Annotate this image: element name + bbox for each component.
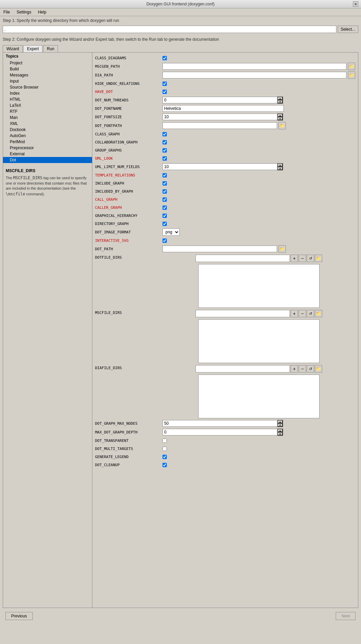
remove-mscfile-dirs[interactable]: − [299,310,306,317]
close-button[interactable]: ✕ [353,1,358,7]
sidebar-item-xml[interactable]: XML [3,121,92,127]
spinner-up-dot-graph-max-nodes[interactable]: ▲ [277,420,283,423]
checkbox-call-graph[interactable] [162,197,167,202]
sidebar-item-project[interactable]: Project [3,60,92,66]
browse-diafile-dirs[interactable]: 📁 [315,365,322,373]
input-mscgen-path[interactable] [162,63,347,70]
browse-dot-fontpath[interactable]: 📁 [278,122,286,129]
spinner-up-dot-fontsize[interactable]: ▲ [277,114,283,117]
label-dot-num-threads: DOT_NUM_THREADS [95,98,162,102]
input-dot-fontpath[interactable] [162,122,277,129]
spinner-down-uml-limit[interactable]: ▼ [277,167,283,170]
add-mscfile-dirs[interactable]: + [291,310,298,317]
checkbox-class-graph[interactable] [162,132,167,136]
sidebar-item-docbook[interactable]: Docbook [3,127,92,133]
spinner-down-max-dot-graph-depth[interactable]: ▼ [277,432,283,436]
input-dot-fontsize[interactable] [162,114,277,120]
reset-mscfile-dirs[interactable]: ↺ [307,310,314,317]
label-included-by-graph: INCLUDED_BY_GRAPH [95,189,162,194]
checkbox-group-graphs[interactable] [162,148,167,153]
checkbox-caller-graph[interactable] [162,205,167,210]
sidebar-item-html[interactable]: HTML [3,96,92,102]
spinner-up-max-dot-graph-depth[interactable]: ▲ [277,429,283,432]
sidebar-item-latex[interactable]: LaTeX [3,102,92,108]
input-dot-num-threads[interactable] [162,97,277,103]
sidebar-item-index[interactable]: Index [3,90,92,96]
input-uml-limit[interactable] [162,163,277,170]
value-max-dot-graph-depth: ▲ ▼ [162,428,355,436]
spinner-down-dot-fontsize[interactable]: ▼ [277,117,283,120]
checkbox-include-graph[interactable] [162,181,167,186]
browse-dia-path[interactable]: 📁 [348,71,355,79]
add-diafile-dirs[interactable]: + [291,365,298,373]
spinner-up-uml-limit[interactable]: ▲ [277,163,283,167]
sidebar-item-build[interactable]: Build [3,66,92,72]
working-dir-input[interactable] [3,26,336,33]
reset-dotfile-dirs[interactable]: ↺ [307,255,314,262]
label-group-graphs: GROUP_GRAPHS [95,148,162,153]
checkbox-directory-graph[interactable] [162,222,167,226]
spinner-down-dot-graph-max-nodes[interactable]: ▼ [277,423,283,427]
tab-run[interactable]: Run [43,45,58,52]
menu-help[interactable]: Help [36,9,49,15]
checkbox-have-dot[interactable] [162,90,167,94]
checkbox-included-by-graph[interactable] [162,189,167,194]
sidebar-item-input[interactable]: Input [3,78,92,84]
tab-expert[interactable]: Expert [23,45,42,52]
add-dotfile-dirs[interactable]: + [291,255,298,262]
input-dotfile-dirs[interactable] [195,255,290,262]
input-max-dot-graph-depth[interactable] [162,429,277,436]
remove-dotfile-dirs[interactable]: − [299,255,306,262]
tab-wizard[interactable]: Wizard [3,45,23,52]
menu-bar: File Settings Help [0,8,361,16]
spinner-up-dot-num-threads[interactable]: ▲ [277,97,283,100]
remove-diafile-dirs[interactable]: − [299,365,306,373]
sidebar-item-man[interactable]: Man [3,115,92,121]
input-dot-path[interactable] [162,246,277,252]
sidebar-item-autogen[interactable]: AutoGen [3,133,92,139]
checkbox-collab-graph[interactable] [162,140,167,144]
input-diafile-dirs[interactable] [195,365,290,373]
input-dia-path[interactable] [162,72,347,78]
checkbox-generate-legend[interactable] [162,455,167,459]
checkbox-class-diagrams[interactable] [162,56,167,60]
value-graphical-hierarchy [162,214,355,218]
reset-diafile-dirs[interactable]: ↺ [307,365,314,373]
browse-dot-path[interactable]: 📁 [278,245,286,253]
folder-icon: 📁 [349,73,354,77]
browse-mscgen-path[interactable]: 📁 [348,63,355,70]
sidebar-item-perlmod[interactable]: PerlMod [3,139,92,145]
checkbox-graphical-hierarchy[interactable] [162,214,167,218]
sidebar-item-preprocessor[interactable]: Preprocessor [3,145,92,151]
checkbox-dot-cleanup[interactable] [162,463,167,467]
next-button[interactable]: Next [336,612,356,620]
select-button[interactable]: Select... [338,26,358,33]
menu-settings[interactable]: Settings [14,9,33,15]
spinner-dot-graph-max-nodes: ▲ ▼ [277,420,283,427]
input-dot-fontname[interactable] [162,105,284,112]
select-dot-image-format[interactable]: png svg gif [162,228,180,236]
sidebar-item-messages[interactable]: Messages [3,72,92,78]
sidebar-item-source-browser[interactable]: Source Browser [3,84,92,90]
row-dia-path: DIA_PATH 📁 [94,71,357,79]
checkbox-dot-multi-targets[interactable] [162,447,167,451]
checkbox-interactive-svg[interactable] [162,238,167,243]
menu-file[interactable]: File [1,9,12,15]
checkbox-hide-undoc[interactable] [162,82,167,86]
browse-dotfile-dirs[interactable]: 📁 [315,255,322,262]
browse-mscfile-dirs[interactable]: 📁 [315,310,322,317]
row-generate-legend: GENERATE_LEGEND [94,453,357,461]
sidebar-item-rtf[interactable]: RTF [3,108,92,115]
previous-button[interactable]: Previous [5,612,33,620]
sidebar-item-external[interactable]: External [3,151,92,157]
input-mscfile-dirs[interactable] [195,310,290,317]
label-caller-graph: CALLER_GRAPH [95,205,162,210]
checkbox-template-relations[interactable] [162,173,167,178]
input-dot-graph-max-nodes[interactable] [162,420,277,427]
row-dot-graph-max-nodes: DOT_GRAPH_MAX_NODES ▲ ▼ [94,419,357,428]
checkbox-uml-look[interactable] [162,156,167,161]
tabs: Wizard Expert Run [0,44,361,52]
spinner-down-dot-num-threads[interactable]: ▼ [277,100,283,103]
sidebar-item-dot[interactable]: Dot [3,157,92,163]
checkbox-dot-transparent[interactable] [162,439,167,443]
